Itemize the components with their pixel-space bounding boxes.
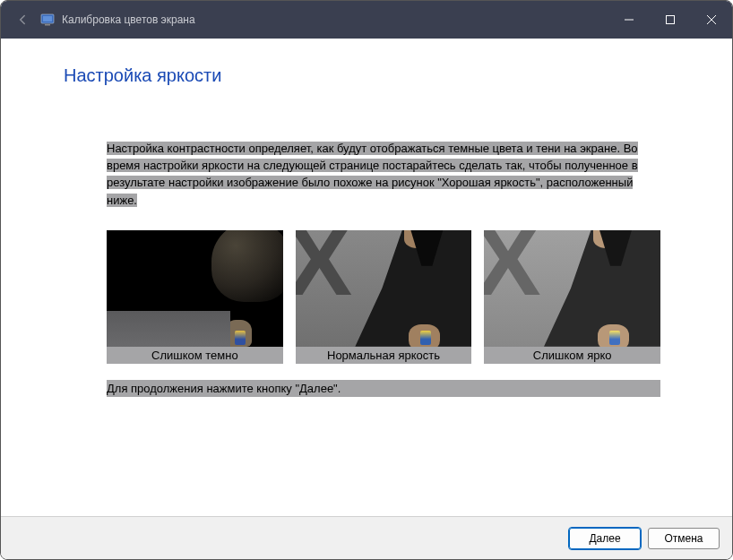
close-button[interactable] <box>691 1 732 39</box>
page-title: Настройка яркости <box>64 65 696 86</box>
sample-image-dark <box>107 230 283 347</box>
next-button[interactable]: Далее <box>569 528 641 549</box>
sample-too-bright: X Слишком ярко <box>484 230 660 364</box>
continue-hint-block: Для продолжения нажмите кнопку "Далее". <box>107 380 660 397</box>
sample-normal: X Нормальная яркость <box>296 230 472 364</box>
minimize-button[interactable] <box>608 1 650 39</box>
window-title: Калибровка цветов экрана <box>62 13 608 26</box>
sample-caption: Слишком темно <box>107 347 283 364</box>
window-controls <box>608 1 732 39</box>
cancel-button[interactable]: Отмена <box>648 528 720 549</box>
sample-caption: Нормальная яркость <box>296 347 472 364</box>
sample-too-dark: Слишком темно <box>107 230 283 364</box>
app-icon <box>40 13 55 27</box>
maximize-button[interactable] <box>650 1 691 39</box>
continue-hint: Для продолжения нажмите кнопку "Далее". <box>107 380 660 397</box>
description-text: Настройка контрастности определяет, как … <box>107 142 638 207</box>
sample-caption: Слишком ярко <box>484 347 660 364</box>
titlebar: Калибровка цветов экрана <box>1 1 732 39</box>
description-block: Настройка контрастности определяет, как … <box>107 140 660 209</box>
back-button[interactable] <box>8 5 37 34</box>
wizard-window: Калибровка цветов экрана Настройка яркос… <box>0 0 733 560</box>
sample-image-bright: X <box>484 230 660 347</box>
svg-rect-1 <box>43 16 52 22</box>
content-area: Настройка яркости Настройка контрастност… <box>1 39 732 516</box>
footer: Далее Отмена <box>1 516 732 559</box>
sample-image-normal: X <box>296 230 472 347</box>
svg-rect-2 <box>45 24 50 26</box>
brightness-samples: Слишком темно X Нормальная яркость X <box>107 230 660 364</box>
svg-rect-4 <box>667 16 675 24</box>
